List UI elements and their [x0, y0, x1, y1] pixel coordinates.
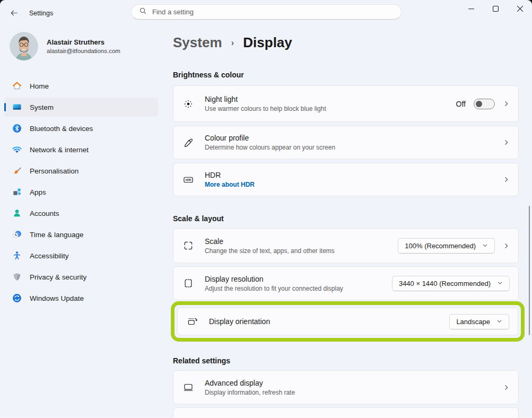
close-button[interactable] — [508, 0, 532, 18]
dropdown-value: Landscape — [456, 318, 490, 326]
search-input[interactable] — [152, 8, 395, 16]
dropdown-value: 3440 × 1440 (Recommended) — [399, 280, 491, 288]
sidebar-item-system[interactable]: System — [4, 98, 158, 117]
scale-dropdown[interactable]: 100% (Recommended) — [398, 238, 495, 254]
display-resolution-icon — [182, 277, 194, 289]
sidebar-item-personalisation[interactable]: Personalisation — [4, 161, 158, 180]
chevron-down-icon — [496, 318, 502, 326]
row-title: Scale — [205, 237, 398, 246]
settings-window: Settings — [0, 0, 532, 418]
row-title: Night light — [205, 95, 456, 103]
hdr-row[interactable]: HDR HDR More about HDR — [173, 163, 519, 196]
main-content: System › Display Brightness & colour Nig… — [164, 25, 532, 418]
maximize-button[interactable] — [483, 0, 508, 18]
sidebar-item-label: System — [30, 103, 54, 111]
avatar — [10, 32, 38, 60]
maximize-icon — [493, 5, 499, 13]
breadcrumb-separator-icon: › — [231, 38, 234, 47]
row-subtitle: Display information, refresh rate — [205, 389, 503, 396]
time-language-icon — [12, 229, 22, 240]
row-title: Display resolution — [205, 275, 392, 283]
sidebar-item-accounts[interactable]: Accounts — [4, 204, 158, 223]
personalisation-icon — [12, 166, 22, 176]
breadcrumb: System › Display — [173, 33, 519, 53]
sidebar-item-windows-update[interactable]: Windows Update — [4, 289, 158, 308]
sidebar-item-time-language[interactable]: Time & language — [4, 225, 158, 244]
profile-email: alastair@itfoundations.com — [47, 48, 120, 54]
chevron-right-icon[interactable] — [503, 176, 510, 183]
chevron-right-icon[interactable] — [503, 100, 510, 107]
chevron-down-icon — [497, 280, 503, 288]
chevron-right-icon[interactable] — [503, 242, 510, 249]
display-orientation-highlight: Display orientation Landscape — [171, 301, 525, 342]
hdr-icon: HDR — [182, 174, 194, 186]
sidebar-item-apps[interactable]: Apps — [4, 182, 158, 202]
sidebar-item-label: Accounts — [30, 210, 59, 217]
window-controls — [459, 0, 532, 18]
partial-row[interactable] — [173, 407, 519, 418]
row-title: HDR — [205, 171, 503, 179]
row-subtitle: Determine how colours appear on your scr… — [205, 144, 503, 151]
search-icon — [139, 7, 147, 17]
sidebar-nav: Home System Bluetooth & devices — [0, 76, 164, 308]
sidebar-item-network-internet[interactable]: Network & internet — [4, 140, 158, 159]
apps-icon — [12, 187, 22, 197]
scale-row[interactable]: Scale Change the size of text, apps, and… — [173, 228, 519, 263]
section-title-scale-layout: Scale & layout — [173, 214, 519, 223]
night-light-icon — [182, 98, 194, 110]
titlebar: Settings — [0, 0, 532, 25]
advanced-display-icon — [182, 381, 194, 393]
minimize-button[interactable] — [459, 0, 483, 18]
row-title: Advanced display — [205, 379, 503, 387]
page-title: Display — [243, 34, 292, 50]
sidebar-item-label: Bluetooth & devices — [30, 125, 93, 133]
toggle-state-label: Off — [456, 100, 466, 108]
night-light-row[interactable]: Night light Use warmer colours to help b… — [173, 85, 519, 122]
chevron-right-icon[interactable] — [503, 384, 510, 391]
display-orientation-dropdown[interactable]: Landscape — [449, 314, 509, 329]
section-title-brightness-colour: Brightness & colour — [173, 71, 519, 79]
sidebar-item-bluetooth-devices[interactable]: Bluetooth & devices — [4, 119, 158, 138]
chevron-down-icon — [482, 242, 488, 250]
scrollbar[interactable] — [529, 206, 530, 335]
accounts-icon — [12, 208, 22, 219]
user-profile[interactable]: Alastair Struthers alastair@itfoundation… — [10, 32, 164, 60]
advanced-display-row[interactable]: Advanced display Display information, re… — [173, 370, 519, 404]
search-box[interactable] — [131, 4, 402, 20]
minimize-icon — [468, 5, 474, 13]
back-arrow-icon — [10, 8, 19, 19]
row-subtitle: Adjust the resolution to fit your connec… — [205, 285, 392, 292]
row-subtitle: Change the size of text, apps, and other… — [205, 247, 398, 255]
display-resolution-dropdown[interactable]: 3440 × 1440 (Recommended) — [392, 276, 510, 291]
night-light-toggle[interactable] — [474, 99, 495, 109]
sidebar-item-accessibility[interactable]: Accessibility — [4, 246, 158, 265]
more-about-hdr-link[interactable]: More about HDR — [205, 181, 503, 188]
sidebar-item-label: Personalisation — [30, 167, 79, 175]
section-title-related-settings: Related settings — [173, 356, 519, 365]
home-icon — [12, 81, 22, 91]
privacy-icon — [12, 272, 22, 282]
sidebar-item-label: Home — [30, 82, 49, 90]
display-orientation-row[interactable]: Display orientation Landscape — [177, 308, 518, 335]
chevron-right-icon[interactable] — [503, 139, 510, 146]
bluetooth-icon — [12, 123, 22, 134]
sidebar: Alastair Struthers alastair@itfoundation… — [0, 25, 164, 418]
display-resolution-row[interactable]: Display resolution Adjust the resolution… — [173, 266, 519, 300]
breadcrumb-parent[interactable]: System — [173, 34, 222, 50]
sidebar-item-privacy-security[interactable]: Privacy & security — [4, 267, 158, 286]
back-button[interactable] — [5, 7, 22, 21]
sidebar-item-home[interactable]: Home — [4, 76, 158, 95]
system-icon — [12, 102, 22, 112]
sidebar-item-label: Windows Update — [30, 294, 84, 302]
toggle-knob — [476, 101, 482, 107]
accessibility-icon — [12, 250, 22, 261]
colour-profile-icon — [182, 137, 194, 149]
dropdown-value: 100% (Recommended) — [405, 242, 476, 250]
sidebar-item-label: Time & language — [30, 231, 84, 239]
windows-update-icon — [12, 293, 22, 303]
close-icon — [517, 5, 523, 13]
sidebar-item-label: Accessibility — [30, 252, 69, 260]
row-title: Display orientation — [209, 317, 449, 326]
colour-profile-row[interactable]: Colour profile Determine how colours app… — [173, 126, 519, 159]
row-title: Colour profile — [205, 134, 503, 142]
